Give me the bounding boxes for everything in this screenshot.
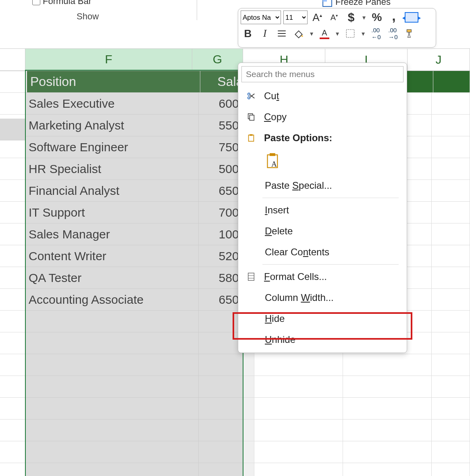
freeze-panes-icon bbox=[322, 0, 332, 7]
svg-rect-13 bbox=[248, 273, 254, 280]
bold-button[interactable]: B bbox=[241, 26, 255, 41]
header-position: Position bbox=[25, 71, 200, 92]
format-painter-button[interactable] bbox=[403, 26, 417, 41]
menu-paste-special[interactable]: Paste Special... bbox=[238, 175, 407, 196]
menu-cut[interactable]: Cut bbox=[238, 86, 407, 106]
cell-position[interactable]: QA Tester bbox=[25, 267, 199, 288]
decrease-decimal-button[interactable]: .00←0 bbox=[369, 26, 383, 41]
paste-keep-text-button[interactable]: A bbox=[263, 150, 285, 172]
borders-button[interactable] bbox=[343, 26, 358, 41]
svg-rect-1 bbox=[323, 0, 327, 2]
increase-font-button[interactable]: A▴ bbox=[310, 10, 324, 25]
menu-hide-label: Hide bbox=[265, 313, 285, 324]
menu-column-width-label: Column Width... bbox=[265, 292, 334, 303]
column-header-J[interactable]: J bbox=[408, 49, 470, 71]
borders-dropdown-icon[interactable]: ▾ bbox=[360, 30, 366, 38]
svg-rect-7 bbox=[250, 115, 254, 120]
ribbon-group-show: Show bbox=[77, 11, 99, 22]
svg-text:A: A bbox=[271, 160, 277, 168]
menu-hide[interactable]: Hide bbox=[238, 308, 407, 329]
menu-separator bbox=[262, 198, 399, 198]
menu-separator bbox=[262, 264, 399, 265]
menu-unhide-label: Unhide bbox=[265, 334, 295, 345]
scissors-icon bbox=[245, 92, 257, 100]
svg-rect-11 bbox=[270, 153, 275, 156]
autofit-column-button[interactable] bbox=[403, 10, 420, 25]
freeze-panes-button[interactable]: Freeze Panes bbox=[322, 0, 391, 7]
currency-format-button[interactable]: $ bbox=[344, 10, 358, 25]
menu-cut-label: Cut bbox=[264, 90, 279, 101]
table-row-empty[interactable] bbox=[0, 398, 470, 420]
menu-unhide[interactable]: Unhide bbox=[238, 329, 407, 350]
svg-rect-3 bbox=[346, 29, 354, 38]
decrease-font-button[interactable]: A▾ bbox=[327, 10, 341, 25]
menu-insert-label: Insert bbox=[265, 205, 289, 215]
cell-position[interactable]: IT Support bbox=[25, 202, 199, 223]
formula-bar-option[interactable]: Formula Bar bbox=[32, 0, 92, 6]
cell-position[interactable]: Marketing Analyst bbox=[25, 115, 199, 136]
svg-rect-8 bbox=[249, 135, 254, 142]
svg-point-2 bbox=[302, 35, 303, 37]
menu-format-cells[interactable]: Format Cells... bbox=[238, 266, 407, 287]
copy-icon bbox=[245, 113, 257, 121]
fill-color-button[interactable] bbox=[291, 26, 306, 41]
paintbrush-icon bbox=[405, 28, 415, 39]
table-row-empty[interactable] bbox=[0, 376, 470, 398]
svg-rect-9 bbox=[250, 134, 252, 136]
table-row-empty[interactable] bbox=[0, 354, 470, 376]
cell-position[interactable]: Sales Executive bbox=[25, 93, 199, 114]
font-color-dropdown-icon[interactable]: ▾ bbox=[334, 30, 341, 38]
format-cells-icon bbox=[245, 272, 257, 281]
autofit-icon bbox=[405, 12, 418, 23]
borders-icon bbox=[345, 28, 356, 39]
cell-position[interactable]: Sales Manager bbox=[25, 223, 199, 245]
fill-color-dropdown-icon[interactable]: ▾ bbox=[308, 30, 315, 38]
column-header-F[interactable]: F bbox=[25, 49, 192, 71]
table-row-empty[interactable] bbox=[0, 463, 470, 476]
font-color-button[interactable]: A bbox=[317, 26, 332, 41]
menu-search-input[interactable] bbox=[241, 66, 403, 82]
align-icon bbox=[277, 28, 287, 39]
menu-insert[interactable]: Insert bbox=[238, 200, 407, 221]
menu-paste-options: Paste Options: bbox=[238, 127, 407, 148]
menu-paste-options-label: Paste Options: bbox=[264, 132, 332, 144]
menu-clear-contents[interactable]: Clear Contents bbox=[238, 242, 407, 263]
cell-position[interactable]: Content Writer bbox=[25, 245, 199, 267]
menu-copy[interactable]: Copy bbox=[238, 106, 407, 127]
clipboard-icon bbox=[245, 134, 257, 142]
table-row-empty[interactable] bbox=[0, 441, 470, 463]
cell-position[interactable]: Software Engineer bbox=[25, 136, 199, 158]
align-button[interactable] bbox=[275, 26, 289, 41]
context-menu: Cut Copy Paste Options: A Paste Special.… bbox=[238, 63, 407, 353]
percent-format-button[interactable]: % bbox=[370, 10, 384, 25]
column-header-G[interactable]: G bbox=[192, 49, 243, 71]
menu-delete[interactable]: Delete bbox=[238, 221, 407, 242]
checkbox-icon bbox=[32, 0, 40, 5]
comma-format-button[interactable]: , bbox=[387, 10, 401, 25]
menu-paste-special-label: Paste Special... bbox=[265, 180, 332, 191]
cell-position[interactable]: HR Specialist bbox=[25, 158, 199, 180]
fill-bucket-icon bbox=[293, 28, 304, 39]
italic-button[interactable]: I bbox=[258, 26, 272, 41]
cell-position[interactable]: Financial Analyst bbox=[25, 180, 199, 201]
font-size-select[interactable]: 11 bbox=[283, 10, 308, 24]
row-header-active[interactable] bbox=[0, 119, 25, 140]
font-name-select[interactable]: Aptos Na bbox=[241, 10, 281, 24]
menu-column-width[interactable]: Column Width... bbox=[238, 287, 407, 308]
cell-position[interactable]: Accounting Associate bbox=[25, 289, 199, 310]
table-row-empty[interactable] bbox=[0, 420, 470, 441]
menu-format-cells-label: Format Cells... bbox=[264, 271, 327, 282]
menu-delete-label: Delete bbox=[265, 225, 293, 236]
formula-bar-label: Formula Bar bbox=[43, 0, 92, 6]
freeze-panes-label: Freeze Panes bbox=[335, 0, 391, 7]
menu-copy-label: Copy bbox=[264, 111, 287, 122]
currency-dropdown-icon[interactable]: ▾ bbox=[361, 14, 367, 21]
paste-text-icon: A bbox=[265, 152, 283, 170]
increase-decimal-button[interactable]: .00→0 bbox=[386, 26, 400, 41]
mini-toolbar: Aptos Na 11 A▴ A▾ $ ▾ % , B I ▾ A ▾ ▾ .0… bbox=[238, 8, 436, 48]
menu-clear-contents-label: Clear Contents bbox=[265, 246, 329, 257]
ribbon-divider bbox=[197, 0, 197, 20]
